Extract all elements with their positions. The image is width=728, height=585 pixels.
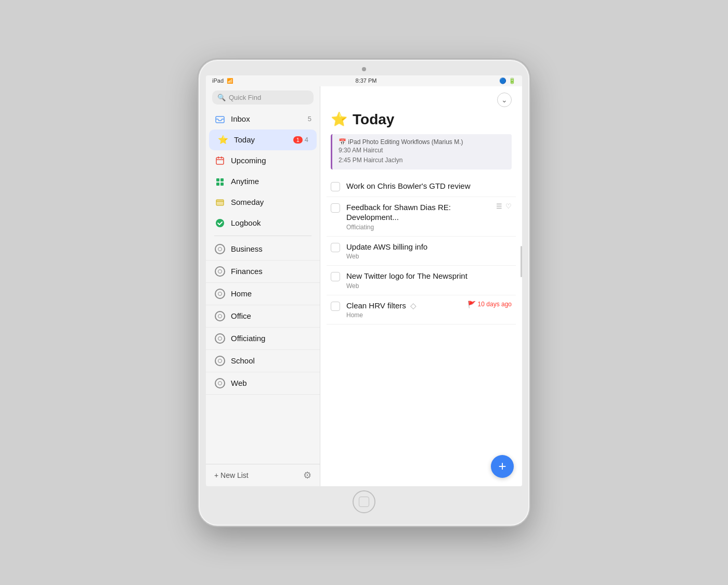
- finances-label: Finances: [231, 267, 263, 276]
- overdue-badge: 🚩 10 days ago: [467, 301, 512, 308]
- task-checkbox-5[interactable]: [331, 302, 340, 311]
- fab-add-button[interactable]: +: [491, 455, 514, 478]
- task-body-1: Work on Chris Bowler's GTD review: [346, 181, 512, 191]
- nav-divider-1: [214, 236, 311, 236]
- task-item: New Twitter logo for The Newsprint Web: [327, 266, 516, 295]
- task-meta-5: 🚩 10 days ago: [467, 301, 512, 308]
- collapse-button[interactable]: ⌄: [497, 93, 512, 107]
- scroll-handle[interactable]: [521, 246, 522, 277]
- search-icon: 🔍: [217, 94, 226, 101]
- sidebar-footer: + New List ⚙: [206, 464, 320, 486]
- task-title-5: Clean HRV filters ◇: [346, 301, 465, 311]
- upcoming-icon: [214, 155, 226, 166]
- anytime-icon: [214, 176, 226, 187]
- today-label: Today: [234, 135, 293, 144]
- search-bar[interactable]: 🔍 Quick Find: [212, 90, 314, 105]
- task-body-3: Update AWS billing info Web: [346, 242, 512, 261]
- sidebar-item-inbox[interactable]: Inbox 5: [206, 109, 320, 129]
- web-area-icon: [214, 378, 226, 389]
- inbox-count: 5: [308, 115, 311, 123]
- sidebar-item-today[interactable]: ⭐ Today 1 4: [209, 129, 317, 150]
- task-title-3: Update AWS billing info: [346, 242, 512, 252]
- status-bar: iPad 📶 8:37 PM 🔵 🔋: [206, 75, 522, 86]
- svg-point-11: [216, 219, 224, 227]
- sidebar-area-finances[interactable]: Finances: [206, 261, 320, 283]
- bluetooth-icon: 🔵: [499, 77, 506, 84]
- officiating-area-icon: [214, 333, 226, 344]
- today-icon: ⭐: [217, 134, 229, 146]
- task-checkbox-3[interactable]: [331, 243, 340, 252]
- calendar-event-2: 2:45 PM Haircut Jaclyn: [339, 155, 505, 165]
- today-heading: Today: [353, 111, 394, 128]
- calendar-event-1: 9:30 AM Haircut: [339, 146, 505, 155]
- svg-rect-7: [216, 183, 219, 186]
- svg-rect-1: [216, 158, 224, 164]
- business-area-icon: [214, 243, 226, 255]
- svg-rect-6: [220, 178, 224, 181]
- main-content: ⌄ ⭐ Today 📅 iPad Photo Editing Workflows…: [320, 86, 522, 486]
- task-title-2: Feedback for Shawn Dias RE: Development.…: [346, 202, 494, 223]
- sidebar-area-officiating[interactable]: Officiating: [206, 328, 320, 350]
- task-body-5: Clean HRV filters ◇ Home: [346, 301, 465, 319]
- task-area-3: Web: [346, 253, 512, 260]
- school-label: School: [231, 356, 255, 365]
- task-checkbox-4[interactable]: [331, 272, 340, 281]
- task-checkbox-2[interactable]: [331, 203, 340, 213]
- sidebar-item-upcoming[interactable]: Upcoming: [206, 150, 320, 171]
- office-area-icon: [214, 310, 226, 322]
- overdue-text: 10 days ago: [478, 301, 512, 308]
- task-area-2: Officiating: [346, 224, 494, 231]
- task-item: Feedback for Shawn Dias RE: Development.…: [327, 197, 516, 237]
- someday-label: Someday: [231, 198, 311, 206]
- someday-icon: [214, 197, 226, 208]
- web-label: Web: [231, 379, 247, 387]
- home-button[interactable]: [353, 490, 375, 513]
- upcoming-label: Upcoming: [231, 156, 311, 165]
- ipad-device: iPad 📶 8:37 PM 🔵 🔋 🔍 Quick Find: [198, 59, 530, 527]
- sidebar: 🔍 Quick Find Inbox 5: [206, 86, 320, 486]
- diamond-icon: ◇: [410, 301, 417, 310]
- today-count: 4: [305, 136, 308, 144]
- svg-rect-9: [216, 200, 224, 205]
- task-area-4: Web: [346, 282, 512, 290]
- sidebar-item-logbook[interactable]: Logbook: [206, 213, 320, 233]
- wifi-icon: 📶: [227, 78, 233, 84]
- task-item: Clean HRV filters ◇ Home 🚩 10 days ago: [327, 295, 516, 325]
- new-list-button[interactable]: + New List: [214, 471, 249, 479]
- task-body-4: New Twitter logo for The Newsprint Web: [346, 271, 512, 290]
- status-time: 8:37 PM: [356, 77, 377, 84]
- officiating-label: Officiating: [231, 334, 265, 343]
- sidebar-item-anytime[interactable]: Anytime: [206, 171, 320, 192]
- flag-icon: 🚩: [467, 301, 476, 308]
- svg-rect-8: [220, 183, 224, 186]
- task-body-2: Feedback for Shawn Dias RE: Development.…: [346, 202, 494, 231]
- task-area-5: Home: [346, 311, 465, 319]
- battery-icon: 🔋: [509, 77, 516, 84]
- svg-rect-0: [216, 116, 224, 123]
- status-ipad-label: iPad: [212, 77, 224, 84]
- office-label: Office: [231, 311, 251, 320]
- inbox-label: Inbox: [231, 114, 308, 123]
- calendar-banner: 📅 iPad Photo Editing Workflows (Marius M…: [331, 134, 512, 170]
- chevron-down-icon: ⌄: [501, 96, 508, 104]
- task-title-4: New Twitter logo for The Newsprint: [346, 271, 512, 281]
- sidebar-area-home[interactable]: Home: [206, 283, 320, 305]
- home-area-icon: [214, 288, 226, 300]
- sidebar-area-office[interactable]: Office: [206, 305, 320, 328]
- main-header: ⌄: [320, 86, 522, 109]
- today-star-icon: ⭐: [331, 111, 347, 127]
- business-label: Business: [231, 244, 263, 253]
- task-checkbox-1[interactable]: [331, 182, 340, 191]
- sidebar-area-business[interactable]: Business: [206, 238, 320, 261]
- school-area-icon: [214, 355, 226, 367]
- sidebar-area-school[interactable]: School: [206, 350, 320, 372]
- settings-icon[interactable]: ⚙: [303, 470, 311, 481]
- home-label: Home: [231, 289, 252, 298]
- task-checklist-icon: ☰: [496, 202, 502, 210]
- sidebar-area-web[interactable]: Web: [206, 372, 320, 395]
- ipad-camera: [362, 67, 366, 71]
- sidebar-item-someday[interactable]: Someday: [206, 192, 320, 213]
- ipad-screen: iPad 📶 8:37 PM 🔵 🔋 🔍 Quick Find: [206, 75, 522, 486]
- search-placeholder: Quick Find: [229, 94, 261, 101]
- svg-rect-5: [216, 178, 219, 181]
